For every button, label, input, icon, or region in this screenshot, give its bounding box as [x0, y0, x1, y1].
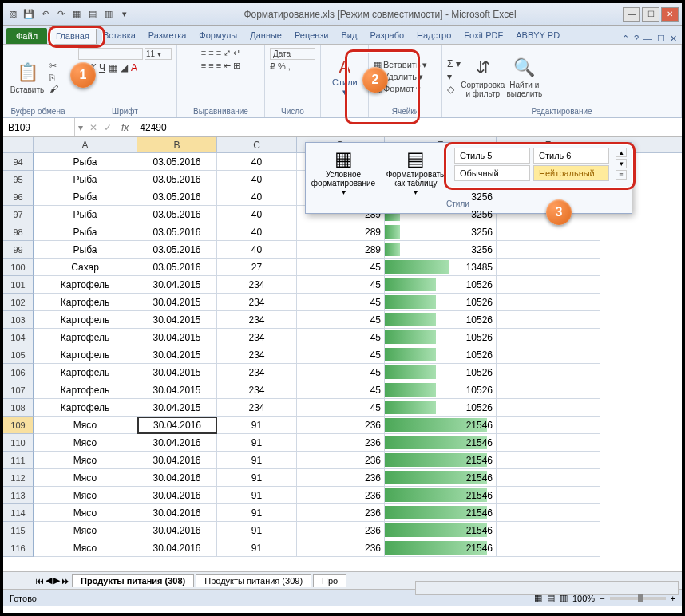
cell[interactable]: 30.04.2016: [137, 539, 217, 557]
window-restore-icon[interactable]: ☐: [657, 34, 665, 44]
cell[interactable]: Мясо: [34, 417, 137, 434]
align-bot-icon[interactable]: ≡: [216, 48, 221, 58]
cell[interactable]: 30.04.2016: [137, 522, 217, 539]
cell[interactable]: 91: [217, 539, 297, 557]
ribbon-tab-вставка[interactable]: Вставка: [97, 27, 142, 44]
select-all-button[interactable]: [3, 137, 34, 152]
cell[interactable]: [497, 364, 600, 381]
cell[interactable]: 30.04.2015: [137, 294, 217, 311]
cell[interactable]: Рыба: [34, 241, 137, 259]
cell[interactable]: 91: [217, 469, 297, 487]
gallery-down-icon[interactable]: ▾: [616, 159, 627, 168]
cell[interactable]: [497, 417, 600, 434]
cell[interactable]: 03.05.2016: [137, 188, 217, 206]
cell[interactable]: 236: [297, 417, 385, 434]
ribbon-tab-рецензи[interactable]: Рецензи: [288, 27, 335, 44]
cell-databar[interactable]: 21546: [385, 539, 497, 557]
row-header[interactable]: 102: [3, 294, 34, 311]
cell[interactable]: Картофель: [34, 294, 137, 311]
window-min-icon[interactable]: —: [643, 34, 652, 44]
cell-databar[interactable]: 21546: [385, 452, 497, 469]
cell-style-6[interactable]: Стиль 6: [533, 148, 609, 164]
row-header[interactable]: 105: [3, 346, 34, 364]
row-header[interactable]: 110: [3, 434, 34, 452]
minimize-ribbon-icon[interactable]: ⌃: [622, 34, 629, 44]
cell[interactable]: 30.04.2016: [137, 417, 217, 434]
row-header[interactable]: 104: [3, 329, 34, 346]
cell[interactable]: 236: [297, 487, 385, 504]
cell[interactable]: 30.04.2015: [137, 346, 217, 364]
percent-icon[interactable]: %: [278, 61, 286, 72]
cell[interactable]: 91: [217, 452, 297, 469]
cell[interactable]: Рыба: [34, 153, 137, 171]
cell[interactable]: [497, 259, 600, 276]
insert-cells-button[interactable]: ▦ Вставить ▾: [374, 60, 427, 70]
cell[interactable]: 30.04.2016: [137, 469, 217, 487]
minimize-button[interactable]: —: [623, 7, 640, 22]
cell[interactable]: 45: [297, 329, 385, 346]
row-header[interactable]: 95: [3, 171, 34, 188]
qa-icon[interactable]: ▤: [86, 8, 99, 21]
cell[interactable]: 234: [217, 364, 297, 381]
fill-color-button[interactable]: ◢: [121, 62, 128, 73]
cell[interactable]: [497, 329, 600, 346]
cell[interactable]: 03.05.2016: [137, 223, 217, 241]
cell[interactable]: 91: [217, 522, 297, 539]
horizontal-scrollbar[interactable]: [415, 581, 679, 595]
cell[interactable]: 234: [217, 399, 297, 417]
conditional-formatting-button[interactable]: ▦ Условное форматирование ▾: [311, 148, 376, 196]
row-header[interactable]: 100: [3, 259, 34, 276]
cell[interactable]: 234: [217, 294, 297, 311]
cell[interactable]: 234: [217, 346, 297, 364]
cell[interactable]: [497, 276, 600, 294]
cell[interactable]: 289: [297, 223, 385, 241]
row-header[interactable]: 96: [3, 188, 34, 206]
row-header[interactable]: 103: [3, 311, 34, 329]
ribbon-tab-вид[interactable]: Вид: [335, 27, 364, 44]
ribbon-tab-разметка[interactable]: Разметка: [142, 27, 193, 44]
find-select-button[interactable]: 🔍 Найти и выделить: [505, 55, 544, 98]
redo-icon[interactable]: ↷: [54, 8, 67, 21]
row-header[interactable]: 113: [3, 487, 34, 504]
cell-databar[interactable]: 10526: [385, 381, 497, 399]
cell[interactable]: 30.04.2016: [137, 434, 217, 452]
formula-input[interactable]: 42490: [135, 122, 682, 133]
cell[interactable]: Мясо: [34, 469, 137, 487]
currency-icon[interactable]: ₽: [270, 61, 275, 72]
cell[interactable]: 234: [217, 276, 297, 294]
cell[interactable]: 30.04.2016: [137, 452, 217, 469]
cell[interactable]: Сахар: [34, 259, 137, 276]
row-header[interactable]: 106: [3, 364, 34, 381]
ribbon-tab-foxit pdf[interactable]: Foxit PDF: [457, 27, 509, 44]
cell-databar[interactable]: 10526: [385, 276, 497, 294]
qa-icon[interactable]: ▥: [102, 8, 115, 21]
cell[interactable]: 91: [217, 434, 297, 452]
fx-button[interactable]: fx: [115, 122, 135, 133]
cell-databar[interactable]: 3256: [385, 241, 497, 259]
autosum-icon[interactable]: Σ ▾: [447, 58, 461, 69]
cell[interactable]: Картофель: [34, 381, 137, 399]
row-header[interactable]: 114: [3, 504, 34, 522]
column-header-C[interactable]: C: [217, 137, 297, 152]
cell[interactable]: [497, 381, 600, 399]
cell[interactable]: 30.04.2016: [137, 487, 217, 504]
cell-databar[interactable]: 10526: [385, 311, 497, 329]
cell[interactable]: 30.04.2015: [137, 399, 217, 417]
cell-databar[interactable]: 10526: [385, 399, 497, 417]
cell[interactable]: 45: [297, 276, 385, 294]
cell[interactable]: 03.05.2016: [137, 153, 217, 171]
row-header[interactable]: 111: [3, 452, 34, 469]
cell[interactable]: 30.04.2016: [137, 504, 217, 522]
font-name-combo[interactable]: [78, 48, 143, 60]
cell[interactable]: 289: [297, 241, 385, 259]
ribbon-tab-формулы[interactable]: Формулы: [192, 27, 244, 44]
row-header[interactable]: 108: [3, 399, 34, 417]
file-tab[interactable]: Файл: [6, 28, 47, 44]
cell[interactable]: 236: [297, 434, 385, 452]
cell[interactable]: 236: [297, 452, 385, 469]
cell[interactable]: Картофель: [34, 329, 137, 346]
cell[interactable]: [497, 294, 600, 311]
align-top-icon[interactable]: ≡: [201, 48, 206, 58]
cut-icon[interactable]: ✂: [49, 61, 58, 71]
row-header[interactable]: 94: [3, 153, 34, 171]
